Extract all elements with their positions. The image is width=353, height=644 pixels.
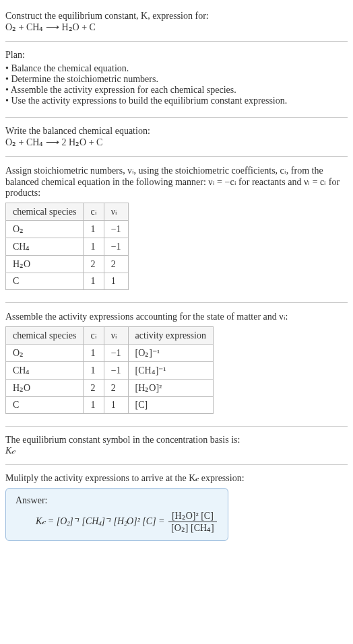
divider bbox=[5, 41, 348, 42]
answer-expression: K𝒸 = [O₂]⁻¹ [CH₄]⁻¹ [H₂O]² [C] = [H₂O]² … bbox=[15, 510, 218, 534]
intro-prompt: Construct the equilibrium constant, K, e… bbox=[5, 11, 348, 22]
intro-equation: O₂ + CH₄ ⟶ H₂O + C bbox=[5, 22, 348, 33]
symbol-text: The equilibrium constant symbol in the c… bbox=[5, 435, 348, 445]
stoich-section: Assign stoichiometric numbers, νᵢ, using… bbox=[5, 159, 348, 299]
plan-item: Assemble the activity expression for eac… bbox=[5, 85, 348, 96]
divider bbox=[5, 464, 348, 465]
cell-species: O₂ bbox=[6, 221, 84, 238]
cell-species: H₂O bbox=[6, 256, 84, 273]
cell-v: −1 bbox=[104, 362, 128, 380]
table-row: H₂O 2 2 [H₂O]² bbox=[6, 380, 214, 397]
intro-prompt-text: Construct the equilibrium constant, K, e… bbox=[5, 11, 209, 21]
col-header: activity expression bbox=[128, 327, 213, 345]
cell-v: 1 bbox=[104, 397, 128, 414]
cell-v: −1 bbox=[104, 345, 128, 362]
table-row: CH₄ 1 −1 [CH₄]⁻¹ bbox=[6, 362, 214, 380]
table-row: C 1 1 bbox=[6, 273, 129, 290]
cell-v: 2 bbox=[104, 256, 128, 273]
plan-item: Balance the chemical equation. bbox=[5, 63, 348, 74]
intro-section: Construct the equilibrium constant, K, e… bbox=[5, 5, 348, 38]
answer-numerator: [H₂O]² [C] bbox=[168, 510, 217, 522]
cell-c: 1 bbox=[84, 273, 104, 290]
table-row: O₂ 1 −1 [O₂]⁻¹ bbox=[6, 345, 214, 362]
balanced-equation: O₂ + CH₄ ⟶ 2 H₂O + C bbox=[5, 137, 348, 148]
cell-v: −1 bbox=[104, 221, 128, 238]
col-header: νᵢ bbox=[104, 203, 128, 221]
multiply-section: Mulitply the activity expressions to arr… bbox=[5, 468, 348, 550]
col-header: chemical species bbox=[6, 327, 84, 345]
symbol-section: The equilibrium constant symbol in the c… bbox=[5, 429, 348, 462]
cell-species: CH₄ bbox=[6, 238, 84, 256]
cell-v: 2 bbox=[104, 380, 128, 397]
divider bbox=[5, 426, 348, 427]
cell-act: [CH₄]⁻¹ bbox=[128, 362, 213, 380]
cell-act: [C] bbox=[128, 397, 213, 414]
col-header: νᵢ bbox=[104, 327, 128, 345]
table-row: O₂ 1 −1 bbox=[6, 221, 129, 238]
col-header: cᵢ bbox=[84, 203, 104, 221]
cell-c: 1 bbox=[84, 362, 104, 380]
plan-section: Plan: Balance the chemical equation. Det… bbox=[5, 44, 348, 114]
cell-species: C bbox=[6, 397, 84, 414]
balanced-section: Write the balanced chemical equation: O₂… bbox=[5, 120, 348, 153]
divider bbox=[5, 117, 348, 118]
multiply-heading: Mulitply the activity expressions to arr… bbox=[5, 473, 348, 484]
col-header: cᵢ bbox=[84, 327, 104, 345]
symbol-kc: K𝒸 bbox=[5, 445, 348, 456]
balanced-heading: Write the balanced chemical equation: bbox=[5, 126, 348, 137]
table-row: H₂O 2 2 bbox=[6, 256, 129, 273]
stoich-table: chemical species cᵢ νᵢ O₂ 1 −1 CH₄ 1 −1 … bbox=[5, 203, 129, 290]
answer-fraction: [H₂O]² [C] [O₂] [CH₄] bbox=[168, 510, 217, 534]
answer-lhs: K𝒸 = [O₂]⁻¹ [CH₄]⁻¹ [H₂O]² [C] = bbox=[36, 516, 165, 526]
cell-species: CH₄ bbox=[6, 362, 84, 380]
cell-c: 1 bbox=[84, 397, 104, 414]
answer-denominator: [O₂] [CH₄] bbox=[168, 522, 217, 534]
plan-list: Balance the chemical equation. Determine… bbox=[5, 63, 348, 106]
cell-v: −1 bbox=[104, 238, 128, 256]
divider bbox=[5, 302, 348, 303]
answer-box: Answer: K𝒸 = [O₂]⁻¹ [CH₄]⁻¹ [H₂O]² [C] =… bbox=[5, 488, 228, 541]
plan-heading: Plan: bbox=[5, 50, 348, 61]
divider bbox=[5, 156, 348, 157]
activity-table: chemical species cᵢ νᵢ activity expressi… bbox=[5, 326, 214, 414]
cell-act: [H₂O]² bbox=[128, 380, 213, 397]
plan-item: Determine the stoichiometric numbers. bbox=[5, 74, 348, 85]
table-row: C 1 1 [C] bbox=[6, 397, 214, 414]
cell-c: 2 bbox=[84, 380, 104, 397]
activity-section: Assemble the activity expressions accoun… bbox=[5, 306, 348, 423]
cell-c: 1 bbox=[84, 221, 104, 238]
cell-species: O₂ bbox=[6, 345, 84, 362]
answer-label: Answer: bbox=[15, 495, 218, 506]
cell-c: 1 bbox=[84, 238, 104, 256]
table-row: CH₄ 1 −1 bbox=[6, 238, 129, 256]
stoich-heading: Assign stoichiometric numbers, νᵢ, using… bbox=[5, 165, 348, 199]
plan-item: Use the activity expressions to build th… bbox=[5, 96, 348, 106]
cell-species: H₂O bbox=[6, 380, 84, 397]
cell-v: 1 bbox=[104, 273, 128, 290]
activity-heading: Assemble the activity expressions accoun… bbox=[5, 311, 348, 322]
col-header: chemical species bbox=[6, 203, 84, 221]
table-header-row: chemical species cᵢ νᵢ activity expressi… bbox=[6, 327, 214, 345]
cell-species: C bbox=[6, 273, 84, 290]
cell-c: 1 bbox=[84, 345, 104, 362]
cell-act: [O₂]⁻¹ bbox=[128, 345, 213, 362]
table-header-row: chemical species cᵢ νᵢ bbox=[6, 203, 129, 221]
cell-c: 2 bbox=[84, 256, 104, 273]
